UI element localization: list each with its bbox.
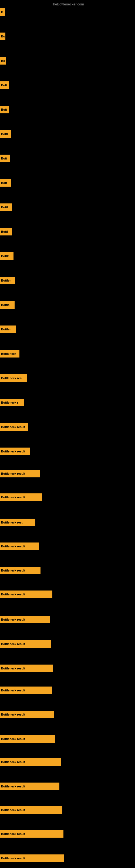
list-item: Bottlen (0, 277, 15, 284)
bar-label-6: Bottl (1, 132, 8, 135)
bar-label-31: Bottleneck result (1, 737, 25, 741)
list-item: Bottleneck result (0, 830, 63, 838)
list-item: Bottleneck result (0, 640, 51, 648)
bar-label-13: Bottle (1, 303, 9, 307)
bar-26: Bottleneck result (0, 616, 50, 623)
bar-label-19: Bottleneck result (1, 450, 25, 453)
bar-label-27: Bottleneck result (1, 642, 25, 646)
list-item: Bottleneck result (0, 567, 41, 574)
list-item: Bottleneck result (0, 493, 42, 501)
list-item: Bottleneck result (0, 470, 40, 477)
bar-label-28: Bottleneck result (1, 667, 25, 670)
list-item: Bott (0, 82, 9, 89)
bar-7: Bott (0, 155, 10, 162)
bar-34: Bottleneck result (0, 806, 62, 814)
list-item: B (0, 8, 5, 16)
bar-16: Bottleneck resu (0, 374, 27, 382)
list-item: Bottleneck result (0, 855, 64, 862)
bar-2: Bo (0, 33, 5, 40)
bar-label-24: Bottleneck result (1, 569, 25, 572)
bar-22: Bottleneck rest (0, 519, 35, 526)
bar-label-35: Bottleneck result (1, 832, 25, 835)
bar-label-15: Bottleneck (1, 352, 16, 355)
bar-14: Bottlen (0, 326, 16, 333)
bar-label-1: B (1, 10, 3, 13)
bar-label-30: Bottleneck result (1, 713, 25, 716)
bar-label-11: Bottle (1, 254, 9, 258)
list-item: Bottleneck result (0, 806, 62, 814)
list-item: Bottleneck result (0, 711, 54, 718)
bar-13: Bottle (0, 301, 14, 309)
bar-29: Bottleneck result (0, 686, 52, 694)
bar-label-9: Bottl (1, 206, 8, 209)
bar-label-16: Bottleneck resu (1, 376, 24, 380)
bar-31: Bottleneck result (0, 735, 55, 743)
list-item: Bottleneck result (0, 664, 53, 672)
bar-label-17: Bottleneck r (1, 401, 18, 404)
bar-label-12: Bottlen (1, 279, 11, 282)
bar-30: Bottleneck result (0, 711, 54, 718)
list-item: Bottleneck result (0, 758, 61, 766)
bar-20: Bottleneck result (0, 470, 40, 477)
bar-36: Bottleneck result (0, 855, 64, 862)
bar-label-26: Bottleneck result (1, 618, 25, 621)
list-item: Bott (0, 155, 10, 162)
list-item: Bottleneck r (0, 399, 24, 406)
list-item: Bottl (0, 204, 12, 211)
bar-24: Bottleneck result (0, 567, 41, 574)
bar-label-4: Bott (1, 84, 7, 87)
list-item: Bottleneck result (0, 423, 28, 431)
bar-35: Bottleneck result (0, 830, 63, 838)
bar-label-5: Bott (1, 108, 7, 111)
list-item: Bottleneck result (0, 686, 52, 694)
bar-label-25: Bottleneck result (1, 593, 25, 596)
list-item: Bottleneck rest (0, 519, 35, 526)
list-item: Bottleneck (0, 350, 19, 358)
bar-21: Bottleneck result (0, 493, 42, 501)
list-item: Bottleneck result (0, 590, 52, 598)
list-item: Bottleneck result (0, 447, 30, 455)
bar-label-20: Bottleneck result (1, 472, 25, 475)
bar-11: Bottle (0, 252, 13, 260)
list-item: Bottle (0, 301, 14, 309)
bar-25: Bottleneck result (0, 590, 52, 598)
bar-label-2: Bo (1, 35, 5, 38)
bar-label-18: Bottleneck result (1, 425, 25, 429)
bar-10: Bottl (0, 228, 12, 236)
bar-label-7: Bott (1, 157, 7, 160)
bar-32: Bottleneck result (0, 758, 61, 766)
list-item: Bott (0, 179, 11, 187)
bar-23: Bottleneck result (0, 542, 39, 550)
list-item: Bottleneck result (0, 542, 39, 550)
bar-3: Bo (0, 57, 6, 65)
bar-label-32: Bottleneck result (1, 760, 25, 764)
bar-19: Bottleneck result (0, 447, 30, 455)
list-item: Bottleneck resu (0, 374, 27, 382)
bar-28: Bottleneck result (0, 664, 53, 672)
bar-33: Bottleneck result (0, 782, 59, 790)
bar-label-3: Bo (1, 59, 5, 62)
list-item: Bottlen (0, 326, 16, 333)
bar-label-23: Bottleneck result (1, 545, 25, 548)
bar-label-10: Bottl (1, 230, 8, 233)
bar-5: Bott (0, 106, 9, 113)
list-item: Bo (0, 57, 6, 65)
list-item: Bottle (0, 252, 13, 260)
bar-label-36: Bottleneck result (1, 857, 25, 860)
bar-label-29: Bottleneck result (1, 689, 25, 692)
list-item: Bottleneck result (0, 782, 59, 790)
bar-15: Bottleneck (0, 350, 19, 358)
list-item: Bottleneck result (0, 735, 55, 743)
list-item: Bo (0, 33, 5, 40)
bar-12: Bottlen (0, 277, 15, 284)
bar-8: Bott (0, 179, 11, 187)
bar-1: B (0, 8, 5, 16)
bar-label-14: Bottlen (1, 328, 11, 331)
bar-9: Bottl (0, 204, 12, 211)
bar-label-21: Bottleneck result (1, 496, 25, 499)
bar-4: Bott (0, 82, 9, 89)
list-item: Bottl (0, 130, 11, 138)
list-item: Bott (0, 106, 9, 113)
bar-17: Bottleneck r (0, 399, 24, 406)
bar-label-34: Bottleneck result (1, 808, 25, 812)
